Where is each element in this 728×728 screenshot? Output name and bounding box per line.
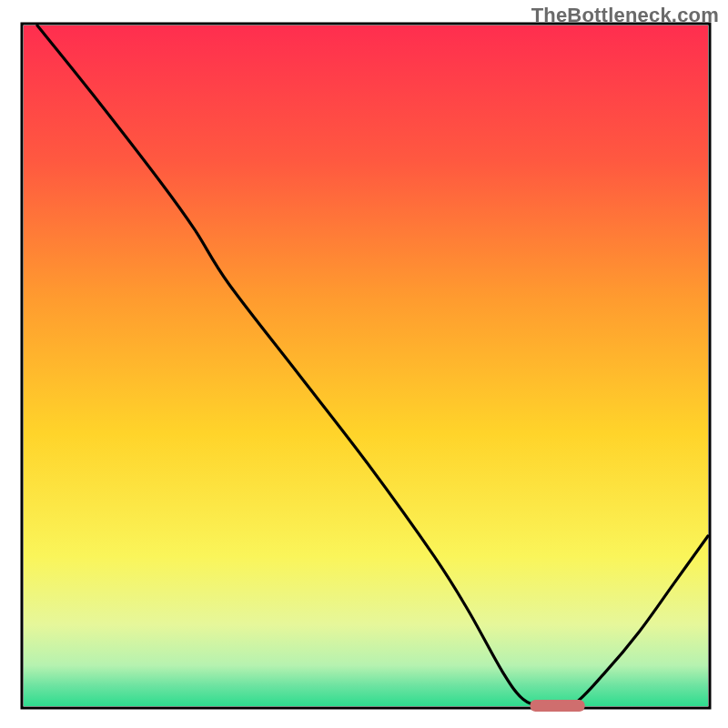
optimal-marker [531, 700, 585, 712]
watermark-text: TheBottleneck.com [531, 4, 719, 27]
bottleneck-chart [0, 0, 728, 728]
plot-background [24, 25, 708, 706]
